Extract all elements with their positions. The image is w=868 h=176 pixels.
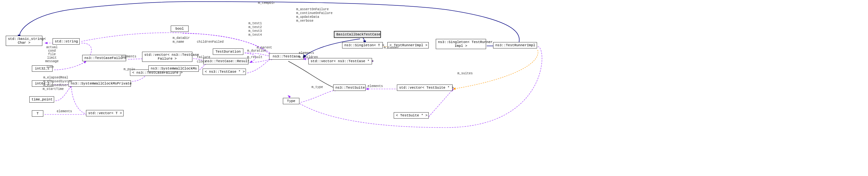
label-m-elapsedreal: m_elapsedReal: [43, 76, 68, 79]
node-testrunnerimpl: ns3::TestRunnerImpl: [493, 42, 537, 49]
node-vector-testcase-ptr: std::vector< ns3::TestCase * >: [308, 58, 372, 64]
node-testcase-ptr: < ns3::TestCase * >: [203, 68, 246, 75]
node-systemwall-ms: ns3::SystemWallClockMs: [149, 65, 199, 72]
node-vector-T: std::vector< T >: [86, 110, 124, 116]
node-std-string: std::string: [53, 38, 80, 45]
node-basic-callback: BasicCallbackTestCase: [334, 31, 381, 38]
node-vector-testsuite-ptr: std::vector< TestSuite * >: [397, 85, 453, 91]
label-elements-4: _elements: [366, 85, 383, 88]
label-m-parent: m_parent: [257, 46, 272, 50]
node-singleton-T: ns3::Singleton< T >: [342, 42, 383, 49]
label-m-tempdir: m_tempDir: [258, 1, 275, 5]
label-m-priv: m_priv: [124, 67, 135, 71]
node-T: T: [32, 110, 43, 117]
label-m-continueonfailure: m_continueOnFailure: [296, 11, 333, 15]
node-testsuite: ns3::TestSuite: [333, 85, 366, 91]
label-m-duration: m_duration: [247, 49, 266, 53]
node-vector-testcasefailure: std::vector< ns3::TestCaseFailure >: [142, 52, 192, 62]
label-elements-2: elements: [57, 110, 72, 113]
node-type: Type: [283, 98, 300, 104]
label-m-elapsedsystem: m_elapsedSystem: [43, 80, 72, 83]
label-m-test1: m_test1: [248, 22, 262, 25]
label-m-result: m_result: [247, 56, 262, 59]
label-m-type: m_type: [312, 85, 323, 89]
label-m-starttime: m_startTime: [43, 87, 64, 91]
node-testcase-failure: ns3::TestCaseFailure: [82, 55, 126, 61]
diagram-container: std::basic_string<Char > std::string int…: [0, 0, 868, 176]
node-testcase: ns3::TestCase: [269, 53, 304, 60]
node-singleton-testrunnerimpl: ns3::Singleton< TestRunnerImpl >: [436, 39, 486, 49]
label-failure: failure: [197, 56, 210, 59]
label-elements-1: elements: [121, 55, 136, 58]
node-testcase-result: ns3::TestCase::Result: [203, 58, 248, 64]
label-line: line: [46, 65, 54, 69]
label-m-test3: m_test3: [248, 29, 262, 33]
label-m-verbose: m_verbose: [296, 19, 313, 23]
label-clock: clock: [197, 60, 207, 63]
node-testsuite-ptr: < TestSuite * >: [394, 112, 429, 119]
label-actual-etc: actualcondfilelimitmessage: [45, 46, 59, 63]
label-m-test2: m_test2: [248, 26, 262, 29]
node-testduration: TestDuration: [213, 49, 243, 55]
label-m-test4: m_test4: [248, 33, 262, 37]
label-m-name: m_name: [173, 40, 184, 44]
svg-line-7: [429, 89, 453, 117]
label-elements-3: elements: [299, 51, 314, 55]
node-basic-string: std::basic_string<Char >: [6, 36, 42, 46]
label-m-datadir: m_dataDir: [173, 36, 190, 40]
node-time-point: time_point: [29, 96, 54, 102]
label-m-elapseduser: m_elapsedUser: [43, 84, 68, 87]
node-bool: bool: [171, 26, 189, 32]
label-m-updatedata: m_updateData: [296, 15, 319, 19]
label-childrenfailed: childrenFailed: [197, 40, 224, 44]
label-m-children: m_children: [299, 56, 318, 59]
node-systemwall-private: ns3::SystemWallClockMsPrivate: [68, 80, 131, 87]
label-m-runner: m_runner: [384, 46, 399, 50]
label-m-assertonfailure: m_assertOnFailure: [296, 8, 329, 11]
label-m-suites: m_suites: [457, 72, 473, 75]
